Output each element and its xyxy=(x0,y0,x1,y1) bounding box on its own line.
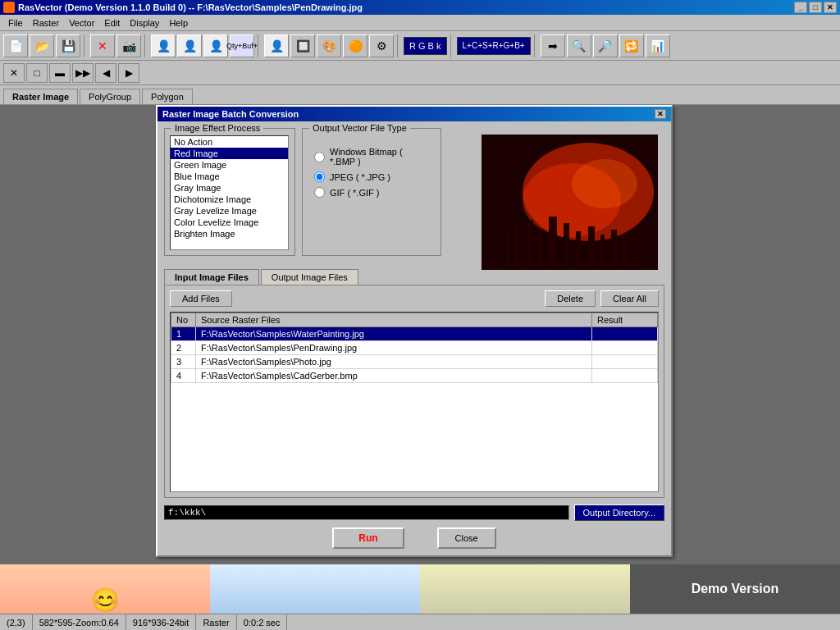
output-vector-group: Output Vector File Type Windows Bitmap (… xyxy=(302,128,441,256)
radio-gif-input[interactable] xyxy=(314,187,325,198)
main-area: Raster Image Batch Conversion ✕ Image Ef… xyxy=(0,105,840,614)
maximize-button[interactable]: □ xyxy=(809,2,822,13)
tab-raster-image[interactable]: Raster Image xyxy=(3,89,78,104)
radio-bmp-label: Windows Bitmap ( *.BMP ) xyxy=(330,147,429,167)
effect-item[interactable]: Brighten Image xyxy=(171,228,288,240)
file-tabs-container: Input Image Files Output Image Files Add… xyxy=(164,269,664,498)
table-row[interactable]: 3 F:\RasVector\Samples\Photo.jpg xyxy=(171,355,658,369)
file-table: No Source Raster Files Result 1 F:\RasVe… xyxy=(171,313,658,383)
effect-item[interactable]: No Action xyxy=(171,136,288,148)
output-dir-button[interactable]: Output Directory... xyxy=(574,504,664,521)
menu-edit[interactable]: Edit xyxy=(99,16,125,30)
delete-button[interactable]: ✕ xyxy=(90,34,115,57)
tb2-btn6[interactable]: ▶ xyxy=(118,63,139,83)
svg-rect-15 xyxy=(633,233,640,266)
effect-item[interactable]: Dichotomize Image xyxy=(171,194,288,205)
tool6[interactable]: 🔍 xyxy=(567,34,591,57)
effect-item[interactable]: Green Image xyxy=(171,159,288,171)
close-dialog-button[interactable]: Close xyxy=(437,527,496,549)
cell-result xyxy=(592,355,658,369)
table-row[interactable]: 4 F:\RasVector\Samples\CadGerber.bmp xyxy=(171,369,658,383)
radio-bmp-input[interactable] xyxy=(314,152,325,162)
radio-jpg-input[interactable] xyxy=(314,171,325,182)
face1-button[interactable]: 👤 xyxy=(151,34,176,57)
tab-input-files[interactable]: Input Image Files xyxy=(164,269,259,285)
tool9[interactable]: 📊 xyxy=(646,34,670,57)
menu-raster[interactable]: Raster xyxy=(28,16,64,30)
qty-button[interactable]: Qty+Buf+ xyxy=(230,34,254,57)
svg-rect-12 xyxy=(600,235,605,266)
menu-help[interactable]: Help xyxy=(164,16,193,30)
file-buttons-row: Add Files Delete Clear All xyxy=(170,290,659,307)
face3-button[interactable]: 👤 xyxy=(203,34,228,57)
output-vector-label: Output Vector File Type xyxy=(309,123,410,133)
dialog-title-text: Raster Image Batch Conversion xyxy=(162,109,299,119)
effect-item[interactable]: Gray Image xyxy=(171,182,288,194)
tool4[interactable]: 🟠 xyxy=(343,34,368,57)
scan-button[interactable]: 📷 xyxy=(116,34,141,57)
minimize-button[interactable]: _ xyxy=(794,2,807,13)
sep4 xyxy=(397,34,400,57)
face4-button[interactable]: 👤 xyxy=(264,34,289,57)
dialog-close-button[interactable]: ✕ xyxy=(655,109,666,119)
effect-item[interactable]: Gray Levelize Image xyxy=(171,205,288,217)
output-dir-input[interactable]: f:\kkk\ xyxy=(164,505,569,520)
open-button[interactable]: 📂 xyxy=(30,34,54,57)
radio-jpg-label: JPEG ( *.JPG ) xyxy=(330,172,390,182)
tool2[interactable]: 🔲 xyxy=(290,34,315,57)
preview-svg xyxy=(482,135,658,270)
clear-all-button[interactable]: Clear All xyxy=(600,290,659,307)
tb2-btn5[interactable]: ◀ xyxy=(95,63,116,83)
file-table-wrap[interactable]: No Source Raster Files Result 1 F:\RasVe… xyxy=(170,312,659,492)
radio-gif: GIF ( *.GIF ) xyxy=(314,187,429,198)
add-files-button[interactable]: Add Files xyxy=(170,290,232,307)
radio-gif-label: GIF ( *.GIF ) xyxy=(330,188,380,198)
tb2-btn4[interactable]: ▶▶ xyxy=(72,63,94,83)
menu-file[interactable]: File xyxy=(3,16,28,30)
tab-polygroup[interactable]: PolyGroup xyxy=(80,89,140,104)
batch-conversion-dialog: Raster Image Batch Conversion ✕ Image Ef… xyxy=(156,105,673,557)
table-row[interactable]: 1 F:\RasVector\Samples\WaterPainting.jpg xyxy=(171,327,658,341)
face2-button[interactable]: 👤 xyxy=(177,34,202,57)
sep3 xyxy=(258,34,261,57)
sep1 xyxy=(84,34,87,57)
run-button[interactable]: Run xyxy=(332,527,404,549)
tb2-btn3[interactable]: ▬ xyxy=(49,63,71,83)
tb2-btn2[interactable]: □ xyxy=(26,63,48,83)
arrow-right[interactable]: ➡ xyxy=(541,34,565,57)
effect-item[interactable]: Color Levelize Image xyxy=(171,217,288,228)
cell-result xyxy=(592,369,658,383)
status-size: 916*936-24bit xyxy=(126,614,197,630)
close-button[interactable]: ✕ xyxy=(824,2,837,13)
svg-rect-10 xyxy=(576,231,581,266)
tool3[interactable]: 🎨 xyxy=(317,34,341,57)
preview-inner xyxy=(482,135,658,270)
col-no: No xyxy=(171,313,196,327)
cell-path: F:\RasVector\Samples\PenDrawing.jpg xyxy=(196,341,592,355)
bottom-img-3 xyxy=(420,564,630,614)
table-row[interactable]: 2 F:\RasVector\Samples\PenDrawing.jpg xyxy=(171,341,658,355)
svg-rect-8 xyxy=(549,217,557,266)
tool8[interactable]: 🔁 xyxy=(619,34,644,57)
tool7[interactable]: 🔎 xyxy=(593,34,618,57)
menu-display[interactable]: Display xyxy=(125,16,164,30)
tb2-btn1[interactable]: ✕ xyxy=(3,63,25,83)
bottom-img-2 xyxy=(210,564,420,614)
effect-item[interactable]: Red Image xyxy=(171,148,288,159)
tab-output-files[interactable]: Output Image Files xyxy=(261,269,358,285)
tab-polygon[interactable]: Polygon xyxy=(142,89,193,104)
cell-no: 4 xyxy=(171,369,196,383)
col-source: Source Raster Files xyxy=(196,313,592,327)
cell-no: 3 xyxy=(171,355,196,369)
preview-image xyxy=(482,135,658,270)
svg-rect-7 xyxy=(539,229,543,266)
effect-item[interactable]: Blue Image xyxy=(171,171,288,182)
menu-vector[interactable]: Vector xyxy=(64,16,99,30)
save-button[interactable]: 💾 xyxy=(56,34,80,57)
toolbar-main: 📄 📂 💾 ✕ 📷 👤 👤 👤 Qty+Buf+ 👤 🔲 🎨 🟠 ⚙ R G B… xyxy=(0,31,840,61)
tool5[interactable]: ⚙ xyxy=(369,34,394,57)
effect-list[interactable]: No ActionRed ImageGreen ImageBlue ImageG… xyxy=(170,135,289,250)
new-button[interactable]: 📄 xyxy=(3,34,28,57)
cell-path: F:\RasVector\Samples\WaterPainting.jpg xyxy=(196,327,592,341)
delete-file-button[interactable]: Delete xyxy=(545,290,596,307)
